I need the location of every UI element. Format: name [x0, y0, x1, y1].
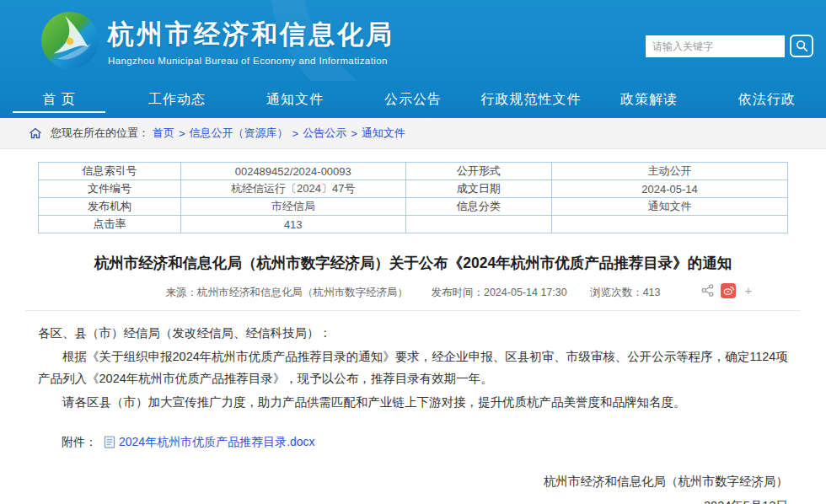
search-icon: [796, 40, 808, 52]
attachment-doc-icon: [104, 436, 115, 448]
meta-time-value: 2024-05-14 17:30: [484, 287, 567, 298]
article-content: 信息索引号 002489452/2024-00093 公开形式 主动公开 文件编…: [38, 162, 788, 504]
share-icon[interactable]: [701, 284, 714, 297]
meta-source: 来源：杭州市经济和信息化局（杭州市数字经济局）: [165, 287, 408, 298]
issuing-agency-label: 发布机构: [39, 198, 181, 216]
issuing-agency-value: 市经信局: [180, 198, 405, 216]
signature-block: 杭州市经济和信息化局（杭州市数字经济局） 2024年5月13日: [38, 474, 788, 504]
attachment-link[interactable]: 2024年杭州市优质产品推荐目录.docx: [119, 435, 315, 450]
home-icon[interactable]: [29, 126, 42, 140]
nav-item-policy-interpretation[interactable]: 政策解读: [590, 81, 708, 118]
site-title: 杭州市经济和信息化局: [108, 17, 394, 52]
meta-source-value: 杭州市经济和信息化局（杭州市数字经济局）: [197, 287, 408, 298]
info-index-label: 信息索引号: [39, 163, 181, 180]
site-subtitle: Hangzhou Municipal Bureau of Economy and…: [108, 56, 394, 66]
site-header: 杭州市经济和信息化局 Hangzhou Municipal Bureau of …: [0, 0, 826, 81]
empty-cell: [405, 216, 551, 233]
search-input[interactable]: [646, 35, 785, 57]
nav-item-home[interactable]: 首 页: [0, 81, 118, 118]
meta-publish-time: 发布时间：2024-05-14 17:30: [431, 287, 566, 298]
page-title: 杭州市经济和信息化局（杭州市数字经济局）关于公布《2024年杭州市优质产品推荐目…: [38, 253, 788, 274]
nav-item-announcements[interactable]: 公示公告: [354, 81, 472, 118]
info-table-row: 文件编号 杭经信运行〔2024〕47号 成文日期 2024-05-14: [39, 180, 788, 198]
info-table-row: 点击率 413: [39, 216, 788, 233]
nav-item-regulatory-docs[interactable]: 行政规范性文件: [472, 81, 590, 118]
breadcrumb-separator: >: [179, 127, 185, 140]
doc-number-value: 杭经信运行〔2024〕47号: [180, 180, 405, 198]
paragraph-salutation: 各区、县（市）经信局（发改经信局、经信科技局）：: [38, 322, 788, 344]
nav-item-rule-of-law[interactable]: 依法行政: [708, 81, 826, 118]
info-category-label: 信息分类: [405, 198, 551, 216]
info-table-row: 信息索引号 002489452/2024-00093 公开形式 主动公开: [39, 163, 788, 180]
attachment-label: 附件：: [62, 435, 97, 450]
more-share-icon[interactable]: +: [743, 285, 754, 297]
info-table-row: 发布机构 市经信局 信息分类 通知文件: [39, 198, 788, 216]
main-nav: 首 页 工作动态 通知文件 公示公告 行政规范性文件 政策解读 依法行政: [0, 81, 826, 118]
info-index-value: 002489452/2024-00093: [180, 163, 405, 180]
breadcrumb: 您现在所在的位置： 首页 > 信息公开（资源库） > 公告公示 > 通知文件: [0, 118, 826, 149]
click-rate-value: 413: [180, 216, 405, 233]
disclosure-form-label: 公开形式: [405, 163, 551, 180]
disclosure-form-value: 主动公开: [551, 163, 787, 180]
search-box: [646, 35, 813, 57]
meta-divider: [25, 310, 801, 311]
attachment-row: 附件： 2024年杭州市优质产品推荐目录.docx: [62, 435, 788, 450]
breadcrumb-separator: >: [351, 127, 357, 140]
search-button[interactable]: [790, 35, 813, 57]
info-table: 信息索引号 002489452/2024-00093 公开形式 主动公开 文件编…: [38, 162, 788, 233]
breadcrumb-item-announcements[interactable]: 公告公示: [303, 126, 346, 141]
issue-date-value: 2024-05-14: [551, 180, 787, 198]
click-rate-label: 点击率: [39, 216, 181, 233]
paragraph-main: 根据《关于组织申报2024年杭州市优质产品推荐目录的通知》要求，经企业申报、区县…: [38, 346, 788, 389]
meta-views-label: 浏览次数：: [590, 287, 643, 298]
info-category-value: 通知文件: [551, 198, 787, 216]
nav-item-work-news[interactable]: 工作动态: [118, 81, 236, 118]
article-meta: 来源：杭州市经济和信息化局（杭州市数字经济局） 发布时间：2024-05-14 …: [38, 286, 788, 300]
signature-org: 杭州市经济和信息化局（杭州市数字经济局）: [38, 474, 788, 490]
site-logo[interactable]: [40, 11, 99, 70]
meta-time-label: 发布时间：: [431, 287, 484, 298]
breadcrumb-item-info-disclosure[interactable]: 信息公开（资源库）: [190, 126, 288, 141]
share-icons: +: [701, 283, 754, 298]
doc-number-label: 文件编号: [39, 180, 181, 198]
empty-cell: [551, 216, 787, 233]
signature-date: 2024年5月13日: [38, 498, 788, 504]
page: 杭州市经济和信息化局 Hangzhou Municipal Bureau of …: [0, 0, 826, 504]
breadcrumb-separator: >: [292, 127, 299, 140]
article-body: 各区、县（市）经信局（发改经信局、经信科技局）： 根据《关于组织申报2024年杭…: [38, 322, 788, 413]
paragraph-request: 请各区县（市）加大宣传推广力度，助力产品供需匹配和产业链上下游对接，提升优质杭产…: [38, 391, 788, 413]
meta-views-value: 413: [643, 287, 661, 298]
issue-date-label: 成文日期: [405, 180, 551, 198]
breadcrumb-prefix: 您现在所在的位置：: [51, 126, 149, 141]
meta-views: 浏览次数：413: [590, 287, 660, 298]
logo-globe-icon: [40, 11, 99, 70]
breadcrumb-item-home[interactable]: 首页: [153, 126, 174, 141]
breadcrumb-item-notices[interactable]: 通知文件: [362, 126, 405, 141]
nav-item-notices[interactable]: 通知文件: [236, 81, 354, 118]
weibo-share-icon[interactable]: [721, 283, 736, 298]
meta-source-label: 来源：: [165, 287, 197, 298]
site-title-block: 杭州市经济和信息化局 Hangzhou Municipal Bureau of …: [108, 17, 394, 66]
